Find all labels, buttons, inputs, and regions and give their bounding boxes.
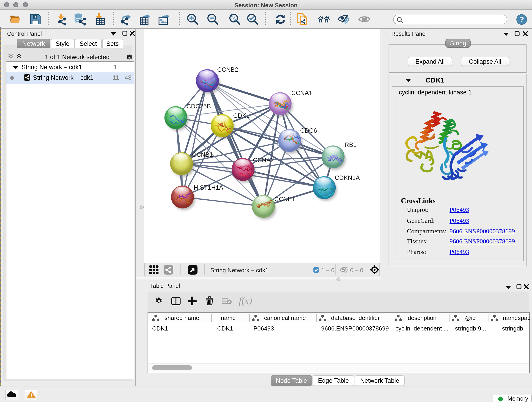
svg-text:CDC6: CDC6 — [300, 127, 317, 134]
svg-text:CCNA1: CCNA1 — [291, 89, 312, 96]
svg-text:CCNB2: CCNB2 — [217, 66, 238, 73]
svg-text:RB1: RB1 — [345, 141, 357, 148]
svg-text:CDC25B: CDC25B — [186, 103, 211, 109]
svg-text:CDK1: CDK1 — [233, 112, 250, 119]
svg-text:CCNA2: CCNA2 — [253, 157, 274, 163]
svg-text:CCNB1: CCNB1 — [192, 151, 213, 158]
svg-text:?: ? — [519, 15, 524, 24]
svg-text:CDKN1A: CDKN1A — [335, 174, 360, 181]
svg-text:CCNE1: CCNE1 — [274, 196, 295, 202]
svg-text:HIST1H1A: HIST1H1A — [194, 184, 223, 191]
